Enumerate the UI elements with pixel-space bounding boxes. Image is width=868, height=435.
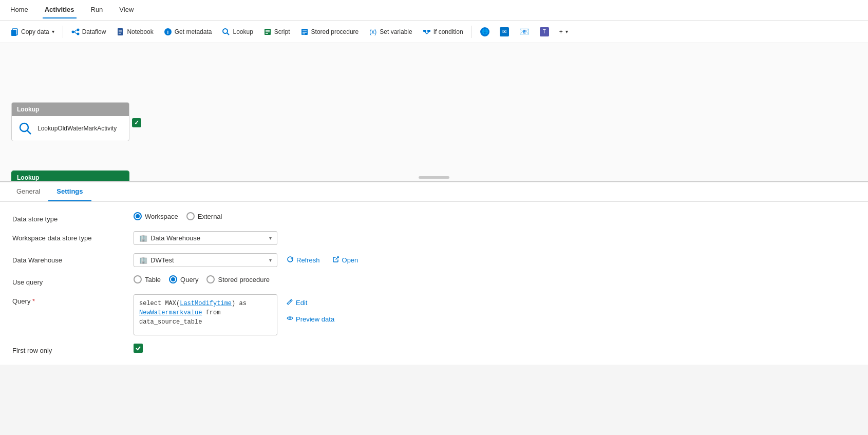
first-row-only-row: First row only	[12, 344, 856, 354]
svg-rect-23	[423, 30, 426, 32]
toolbar-separator-2	[471, 26, 472, 38]
node-lookup-new[interactable]: Lookup LookupNewWaterMarkActivity 🗑 </> …	[11, 171, 129, 182]
toolbar-teams-icon[interactable]: T	[536, 25, 553, 39]
data-warehouse-select[interactable]: 🏢 DWTest ▾	[134, 253, 277, 267]
nav-run[interactable]: Run	[89, 2, 105, 18]
script-icon	[263, 28, 272, 36]
query-required-marker: *	[32, 297, 35, 305]
toolbar-if-condition[interactable]: If condition	[419, 26, 467, 38]
first-row-only-controls	[134, 344, 143, 353]
preview-data-button[interactable]: Preview data	[284, 313, 337, 325]
workspace-data-store-chevron: ▾	[269, 235, 272, 241]
svg-line-6	[74, 32, 77, 34]
open-button[interactable]: Open	[329, 254, 362, 267]
svg-rect-24	[427, 30, 430, 32]
node-lookup-old[interactable]: Lookup LookupOldWaterMarkActivity ✓	[11, 102, 129, 141]
data-warehouse-row: Data Warehouse 🏢 DWTest ▾ Refresh	[12, 253, 856, 267]
get-metadata-icon: i	[164, 28, 172, 36]
radio-query-circle	[169, 275, 177, 283]
radio-table-label: Table	[145, 276, 161, 283]
if-condition-icon	[423, 28, 431, 36]
tab-general[interactable]: General	[8, 182, 48, 201]
dw-select-icon: 🏢	[139, 256, 147, 264]
node-body-old: LookupOldWaterMarkActivity	[12, 116, 129, 141]
query-textarea-wrapper: select MAX(LastModifytime) as NewWaterma…	[134, 294, 277, 335]
query-actions: Edit Preview data	[284, 296, 337, 325]
query-label: Query *	[12, 294, 125, 305]
query-link-lastmodifytime[interactable]: LastModifytime	[180, 300, 232, 307]
toolbar-web-icon[interactable]: 🌐	[476, 25, 494, 39]
toolbar-lookup[interactable]: Lookup	[218, 26, 257, 38]
radio-external-circle	[186, 212, 195, 220]
radio-workspace-label: Workspace	[145, 213, 178, 220]
radio-table[interactable]: Table	[134, 275, 161, 283]
toolbar-set-variable[interactable]: (x) Set variable	[365, 26, 416, 38]
data-warehouse-value: DWTest	[150, 256, 266, 264]
use-query-radio-group: Table Query Stored procedure	[134, 275, 270, 283]
settings-panel: General Settings Data store type Workspa…	[0, 182, 868, 365]
radio-workspace-circle	[134, 212, 142, 220]
toolbar-get-metadata[interactable]: i Get metadata	[160, 26, 216, 38]
tab-settings[interactable]: Settings	[48, 182, 91, 201]
radio-external[interactable]: External	[186, 212, 222, 220]
svg-point-13	[223, 29, 228, 33]
teams-icon: T	[540, 27, 549, 36]
toolbar-notebook[interactable]: Notebook	[112, 26, 157, 38]
radio-table-circle	[134, 275, 142, 283]
svg-point-32	[289, 317, 291, 319]
svg-line-25	[425, 32, 427, 34]
radio-stored-procedure-circle	[206, 275, 215, 283]
settings-tabs: General Settings	[0, 182, 868, 202]
radio-stored-procedure[interactable]: Stored procedure	[206, 275, 269, 283]
refresh-icon	[287, 256, 294, 264]
toolbar-script[interactable]: Script	[259, 26, 294, 38]
query-textarea[interactable]: select MAX(LastModifytime) as NewWaterma…	[134, 294, 277, 335]
outlook-icon: 📧	[519, 27, 530, 36]
edit-button[interactable]: Edit	[284, 296, 337, 309]
nav-activities[interactable]: Activities	[43, 2, 77, 18]
workspace-data-store-type-row: Workspace data store type 🏢 Data Warehou…	[12, 231, 856, 245]
connector-success-old: ✓	[132, 118, 141, 127]
toolbar-separator-1	[63, 26, 63, 38]
web-icon: 🌐	[480, 27, 489, 36]
warehouse-select-icon: 🏢	[139, 234, 147, 242]
toolbar-more[interactable]: + ▾	[555, 26, 572, 37]
use-query-controls: Table Query Stored procedure	[134, 275, 270, 283]
nav-home[interactable]: Home	[8, 2, 30, 18]
workspace-data-store-type-select[interactable]: 🏢 Data Warehouse ▾	[134, 231, 277, 245]
lookup-body-icon-old	[17, 120, 33, 137]
top-nav: Home Activities Run View	[0, 0, 868, 21]
toolbar-copy-data[interactable]: Copy data ▾	[6, 26, 59, 38]
toolbar-dataflow[interactable]: Dataflow	[67, 26, 110, 38]
edit-icon	[287, 298, 293, 307]
data-warehouse-chevron: ▾	[269, 257, 272, 263]
toolbar-outlook-icon[interactable]: 📧	[515, 25, 534, 39]
notebook-icon	[116, 28, 124, 36]
svg-point-2	[71, 30, 74, 33]
node-header-old: Lookup	[12, 103, 129, 116]
data-store-type-controls: Workspace External	[134, 212, 222, 220]
resize-handle[interactable]	[419, 176, 449, 179]
nav-view[interactable]: View	[117, 2, 136, 18]
stored-procedure-toolbar-icon	[300, 28, 309, 36]
toolbar-mail-icon[interactable]: ✉	[496, 25, 513, 39]
toolbar: Copy data ▾ Dataflow Notebook i Get meta…	[0, 21, 868, 43]
first-row-only-checkbox[interactable]	[134, 344, 143, 353]
radio-query[interactable]: Query	[169, 275, 198, 283]
query-row: Query * select MAX(LastModifytime) as Ne…	[12, 294, 856, 335]
radio-workspace[interactable]: Workspace	[134, 212, 178, 220]
dataflow-icon	[71, 28, 80, 36]
refresh-button[interactable]: Refresh	[284, 254, 323, 267]
data-warehouse-controls: 🏢 DWTest ▾ Refresh Open	[134, 253, 361, 267]
svg-point-4	[77, 32, 79, 35]
settings-content: Data store type Workspace External Works…	[0, 202, 868, 365]
node-header-new: Lookup	[12, 171, 129, 182]
data-warehouse-label: Data Warehouse	[12, 253, 125, 264]
svg-line-14	[227, 32, 229, 34]
query-link-newwatermark[interactable]: NewWatermarkvalue	[139, 309, 202, 316]
svg-line-31	[290, 300, 291, 301]
svg-point-3	[77, 28, 79, 31]
radio-external-label: External	[198, 213, 222, 220]
use-query-label: Use query	[12, 275, 125, 286]
toolbar-stored-procedure[interactable]: Stored procedure	[296, 26, 363, 38]
